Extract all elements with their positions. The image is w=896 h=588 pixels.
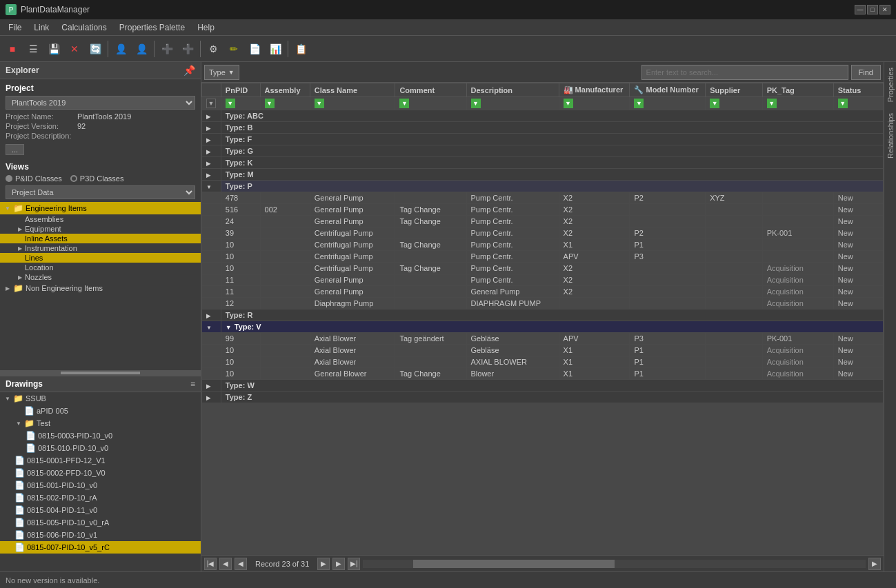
filter-modelnumber[interactable]: ▼ <box>630 97 706 110</box>
group-arrow-type-m[interactable]: ▶ <box>202 169 221 181</box>
th-pnpid[interactable]: PnPID <box>221 83 260 97</box>
th-status[interactable]: Status <box>833 83 883 97</box>
menu-properties-palette[interactable]: Properties Palette <box>114 21 190 34</box>
tb-btn-add2[interactable]: ➕ <box>178 39 197 59</box>
h-scrollbar[interactable] <box>363 560 866 568</box>
tb-btn-edit[interactable]: ✏ <box>224 39 243 59</box>
nav-right-arrow[interactable]: ▶ <box>868 558 881 570</box>
group-arrow-type-w[interactable]: ▶ <box>202 380 221 392</box>
tb-btn-clipboard[interactable]: 📋 <box>291 39 310 59</box>
group-arrow-type-k[interactable]: ▶ <box>202 157 221 169</box>
drawings-item-d7[interactable]: 📄 0815-004-PID-11_v0 <box>0 504 201 516</box>
search-input[interactable] <box>641 65 848 80</box>
group-arrow-type-b[interactable]: ▶ <box>202 122 221 134</box>
group-arrow-type-v[interactable]: ▼ <box>202 321 221 333</box>
tb-btn-2[interactable]: ☰ <box>23 39 43 59</box>
menu-file[interactable]: File <box>3 21 27 34</box>
grid-container[interactable]: PnPID Assembly Class Name Comment Descri… <box>201 83 884 555</box>
tree-item-engineering-items[interactable]: ▼ 📁 Engineering Items <box>0 202 201 214</box>
tree-item-assemblies[interactable]: Assemblies <box>0 214 201 224</box>
filter-status[interactable]: ▼ <box>833 97 883 110</box>
group-arrow-type-f[interactable]: ▶ <box>202 134 221 145</box>
group-row-type-z[interactable]: ▶Type: Z <box>202 392 884 403</box>
table-row[interactable]: 24General PumpTag ChangePump Centr.X2New <box>202 216 884 227</box>
nav-last-button[interactable]: ▶| <box>348 558 360 570</box>
nav-next2-button[interactable]: ▶ <box>332 558 345 570</box>
tb-btn-add1[interactable]: ➕ <box>157 39 177 59</box>
filter-classname[interactable]: ▼ <box>310 97 395 110</box>
filter-supplier[interactable]: ▼ <box>706 97 762 110</box>
group-arrow-type-g[interactable]: ▶ <box>202 145 221 157</box>
drawings-item-apid005[interactable]: 📄 aPID 005 <box>0 405 201 417</box>
tb-btn-3[interactable]: 💾 <box>44 39 63 59</box>
drawings-item-d1[interactable]: 📄 0815-0003-PID-10_v0 <box>0 429 201 442</box>
tb-btn-user2[interactable]: 👤 <box>132 39 151 59</box>
group-row-type-p[interactable]: ▼Type: P <box>202 181 884 192</box>
filter-assembly[interactable]: ▼ <box>260 97 310 110</box>
tb-btn-table[interactable]: 📊 <box>266 39 285 59</box>
menu-link[interactable]: Link <box>28 21 54 34</box>
menu-calculations[interactable]: Calculations <box>56 21 112 34</box>
th-modelnumber[interactable]: 🔧 Model Number <box>630 83 706 97</box>
views-dropdown[interactable]: Project Data <box>6 185 195 199</box>
drawings-item-d8[interactable]: 📄 0815-005-PID-10_v0_rA <box>0 516 201 529</box>
table-row[interactable]: 10Axial BlowerGebläseX1P1AcquisitionNew <box>202 345 884 356</box>
th-manufacturer[interactable]: 🏭 Manufacturer <box>559 83 630 97</box>
drawings-item-d9[interactable]: 📄 0815-006-PID-10_v1 <box>0 529 201 541</box>
pin-button[interactable]: 📌 <box>183 65 195 76</box>
group-arrow-type-abc[interactable]: ▶ <box>202 110 221 122</box>
nav-prev2-button[interactable]: ◀ <box>235 558 247 570</box>
table-row[interactable]: 516002General PumpTag ChangePump Centr.X… <box>202 204 884 216</box>
tree-item-location[interactable]: Location <box>0 263 201 272</box>
th-expand[interactable] <box>202 83 221 97</box>
radio-p3d[interactable]: P3D Classes <box>70 174 124 183</box>
minimize-button[interactable]: — <box>855 5 866 14</box>
tree-item-lines[interactable]: Lines <box>0 253 201 263</box>
type-dropdown[interactable]: Type ▼ <box>204 65 239 80</box>
find-button[interactable]: Find <box>851 65 881 80</box>
group-row-type-b[interactable]: ▶Type: B <box>202 122 884 134</box>
table-row[interactable]: 10Centrifugal PumpTag ChangePump Centr.X… <box>202 263 884 274</box>
drawings-item-d6[interactable]: 📄 0815-002-PID-10_rA <box>0 491 201 504</box>
table-row[interactable]: 99Axial BlowerTag geändertGebläseAPVP3PK… <box>202 333 884 345</box>
drawings-item-d2[interactable]: 📄 0815-010-PID-10_v0 <box>0 442 201 454</box>
sidebar-tab-properties[interactable]: Properties <box>885 62 896 108</box>
group-row-type-r[interactable]: ▶Type: R <box>202 310 884 321</box>
table-row[interactable]: 11General PumpGeneral PumpX2AcquisitionN… <box>202 286 884 298</box>
h-scrollbar-thumb[interactable] <box>413 560 614 568</box>
group-row-type-w[interactable]: ▶Type: W <box>202 380 884 392</box>
drawings-item-d10[interactable]: 📄 0815-007-PID-10_v5_rC <box>0 541 201 554</box>
filter-pktag[interactable]: ▼ <box>762 97 833 110</box>
th-supplier[interactable]: Supplier <box>706 83 762 97</box>
th-description[interactable]: Description <box>466 83 559 97</box>
table-row[interactable]: 10Centrifugal PumpPump Centr.APVP3New <box>202 251 884 263</box>
filter-description[interactable]: ▼ <box>466 97 559 110</box>
filter-comment[interactable]: ▼ <box>395 97 466 110</box>
th-classname[interactable]: Class Name <box>310 83 395 97</box>
tb-btn-4[interactable]: ✕ <box>65 39 84 59</box>
tb-btn-refresh[interactable]: 🔄 <box>86 39 105 59</box>
group-arrow-type-z[interactable]: ▶ <box>202 392 221 403</box>
drawings-item-d5[interactable]: 📄 0815-001-PID-10_v0 <box>0 479 201 491</box>
drawings-item-ssub[interactable]: ▼ 📁 SSUB <box>0 392 201 405</box>
group-row-type-m[interactable]: ▶Type: M <box>202 169 884 181</box>
tree-item-non-engineering[interactable]: ▶ 📁 Non Engineering Items <box>0 282 201 294</box>
tb-btn-doc[interactable]: 📄 <box>245 39 264 59</box>
table-row[interactable]: 10Axial BlowerAXIAL BLOWERX1P1Acquisitio… <box>202 356 884 368</box>
filter-manufacturer[interactable]: ▼ <box>559 97 630 110</box>
group-arrow-type-p[interactable]: ▼ <box>202 181 221 192</box>
group-row-type-v[interactable]: ▼▼Type: V <box>202 321 884 333</box>
table-row[interactable]: 10Centrifugal PumpTag ChangePump Centr.X… <box>202 239 884 251</box>
tb-btn-user1[interactable]: 👤 <box>111 39 130 59</box>
menu-help[interactable]: Help <box>192 21 220 34</box>
tree-item-nozzles[interactable]: ▶ Nozzles <box>0 272 201 282</box>
th-comment[interactable]: Comment <box>395 83 466 97</box>
group-row-type-f[interactable]: ▶Type: F <box>202 134 884 145</box>
th-assembly[interactable]: Assembly <box>260 83 310 97</box>
tb-btn-gear[interactable]: ⚙ <box>203 39 223 59</box>
nav-prev-button[interactable]: ◀ <box>219 558 232 570</box>
drawings-item-d4[interactable]: 📄 0815-0002-PFD-10_V0 <box>0 467 201 479</box>
table-row[interactable]: 12Diaphragm PumpDIAPHRAGM PUMPAcquisitio… <box>202 298 884 310</box>
drawings-item-test[interactable]: ▼ 📁 Test <box>0 417 201 429</box>
ellipsis-button[interactable]: ... <box>6 144 24 155</box>
